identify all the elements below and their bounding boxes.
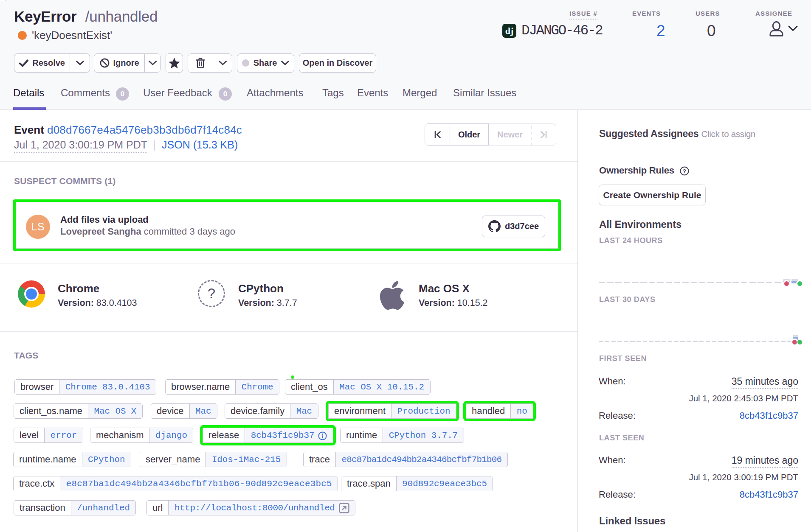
svg-text:?: ?	[683, 168, 686, 174]
